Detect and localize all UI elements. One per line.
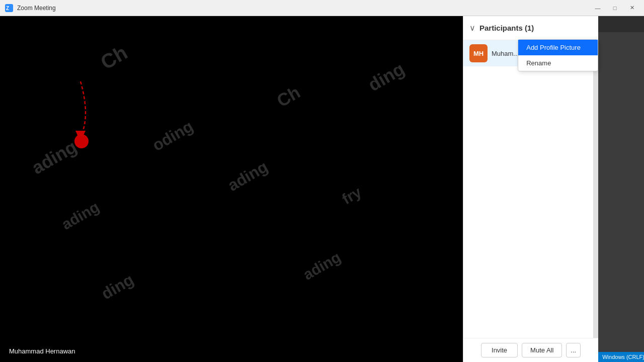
watermark-3: ading	[59, 198, 102, 233]
maximize-button[interactable]: □	[607, 2, 623, 14]
panel-footer: Invite Mute All ...	[463, 338, 598, 362]
line-ending-label: Windows (CRLF)	[602, 354, 644, 360]
dropdown-item-rename[interactable]: Rename	[518, 55, 598, 71]
watermark-1: Ch	[97, 41, 131, 74]
title-bar: Z Zoom Meeting — □ ✕	[0, 0, 644, 16]
watermark-2: ading	[28, 136, 80, 178]
minimize-button[interactable]: —	[590, 2, 606, 14]
main-content: Ch ading ading ding Ch ading ading ding …	[0, 16, 644, 362]
invite-button[interactable]: Invite	[481, 343, 518, 357]
editor-area: Windows (CRLF) U	[598, 16, 644, 362]
editor-tab-bar	[598, 16, 644, 32]
dropdown-item-add-profile-picture[interactable]: Add Profile Picture	[518, 40, 598, 55]
window-controls: — □ ✕	[590, 2, 640, 14]
collapse-button[interactable]: ∨	[469, 23, 475, 33]
more-footer-button[interactable]: ...	[566, 343, 581, 357]
svg-text:Z: Z	[6, 6, 9, 11]
window-title: Zoom Meeting	[17, 5, 590, 12]
participant-dropdown-menu: Add Profile Picture Rename	[518, 39, 598, 71]
mute-all-button[interactable]: Mute All	[522, 343, 562, 357]
watermark-8: ding	[365, 58, 409, 96]
editor-content	[598, 32, 644, 352]
panel-header: ∨ Participants (1)	[463, 16, 598, 40]
panel-title: Participants (1)	[479, 24, 534, 32]
video-area: Ch ading ading ding Ch ading ading ding …	[0, 16, 463, 362]
participant-avatar: MH	[469, 44, 488, 62]
svg-marker-2	[75, 131, 86, 142]
watermark-5: Ch	[273, 82, 303, 111]
close-button[interactable]: ✕	[624, 2, 640, 14]
watermark-9: fry	[339, 184, 364, 208]
editor-status-bar: Windows (CRLF) U	[598, 352, 644, 362]
participants-panel: ∨ Participants (1) MH Muham... (Host, me…	[463, 16, 598, 362]
watermark-6: ading	[224, 157, 271, 195]
video-name-tag: Muhammad Hernawan	[6, 346, 78, 356]
watermark-10: oding	[149, 117, 197, 155]
red-circle-indicator	[74, 134, 89, 148]
app-icon: Z	[4, 3, 14, 13]
watermark-7: ading	[300, 248, 344, 283]
participant-name: Muham...	[492, 50, 519, 57]
watermark-4: ding	[98, 270, 137, 304]
scrollbar[interactable]	[593, 40, 598, 338]
